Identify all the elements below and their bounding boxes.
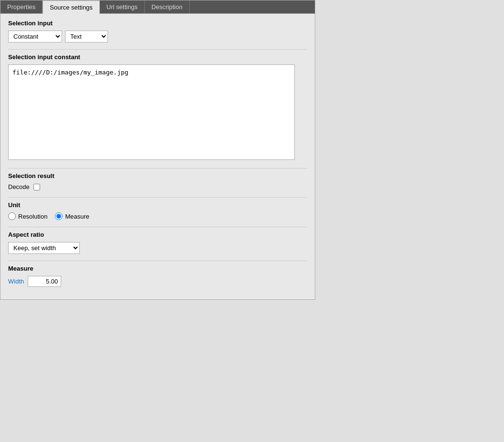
unit-section: Unit Resolution Measure bbox=[8, 201, 307, 220]
selection-input-section: Selection input Constant Variable Expres… bbox=[8, 20, 307, 42]
constant-textarea[interactable]: file:////D:/images/my_image.jpg bbox=[8, 64, 295, 160]
width-label[interactable]: Width bbox=[8, 278, 24, 285]
tab-description[interactable]: Description bbox=[145, 0, 190, 13]
selection-input-format-dropdown[interactable]: Text Binary URL bbox=[65, 31, 108, 42]
measure-title: Measure bbox=[8, 265, 307, 272]
tab-bar: Properties Source settings Url settings … bbox=[0, 0, 315, 14]
divider-1 bbox=[8, 49, 307, 50]
divider-3 bbox=[8, 197, 307, 198]
unit-measure-radio[interactable] bbox=[55, 212, 63, 220]
content-area: Selection input Constant Variable Expres… bbox=[0, 14, 315, 299]
divider-4 bbox=[8, 227, 307, 227]
unit-resolution-label: Resolution bbox=[18, 213, 47, 220]
selection-result-title: Selection result bbox=[8, 172, 307, 179]
divider-5 bbox=[8, 261, 307, 261]
selection-input-constant-section: Selection input constant file:////D:/ima… bbox=[8, 53, 307, 161]
unit-radio-row: Resolution Measure bbox=[8, 212, 307, 220]
unit-measure-option[interactable]: Measure bbox=[55, 212, 89, 220]
aspect-ratio-section: Aspect ratio Keep, set width Keep, set h… bbox=[8, 231, 307, 254]
decode-row: Decode bbox=[8, 183, 307, 190]
tab-source-settings[interactable]: Source settings bbox=[43, 0, 100, 14]
decode-checkbox[interactable] bbox=[33, 184, 40, 190]
unit-resolution-radio[interactable] bbox=[8, 212, 16, 220]
tab-url-settings[interactable]: Url settings bbox=[100, 0, 145, 13]
unit-resolution-option[interactable]: Resolution bbox=[8, 212, 47, 220]
divider-2 bbox=[8, 168, 307, 168]
tab-properties[interactable]: Properties bbox=[0, 0, 43, 13]
selection-input-type-dropdown[interactable]: Constant Variable Expression bbox=[8, 31, 62, 42]
aspect-ratio-dropdown[interactable]: Keep, set width Keep, set height Stretch… bbox=[8, 242, 80, 254]
selection-result-section: Selection result Decode bbox=[8, 172, 307, 190]
measure-section: Measure Width bbox=[8, 265, 307, 287]
selection-input-constant-title: Selection input constant bbox=[8, 53, 307, 61]
unit-title: Unit bbox=[8, 201, 307, 209]
selection-input-dropdowns: Constant Variable Expression Text Binary… bbox=[8, 31, 307, 42]
width-input[interactable] bbox=[28, 276, 61, 287]
selection-input-title: Selection input bbox=[8, 20, 307, 27]
panel: Properties Source settings Url settings … bbox=[0, 0, 315, 300]
aspect-ratio-title: Aspect ratio bbox=[8, 231, 307, 238]
measure-row: Width bbox=[8, 276, 307, 287]
unit-measure-label: Measure bbox=[65, 213, 89, 220]
decode-label: Decode bbox=[8, 183, 30, 190]
